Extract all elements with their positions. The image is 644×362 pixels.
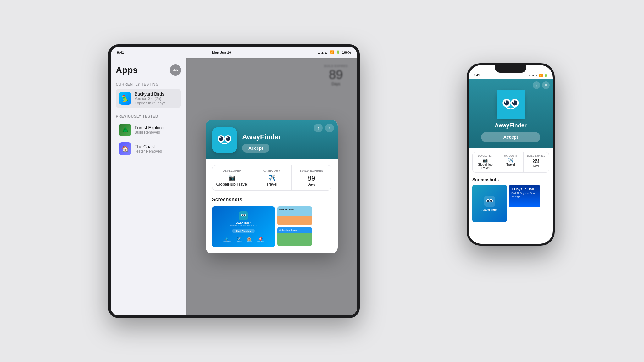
- ipad-time: 9:41: [117, 51, 124, 54]
- svg-point-5: [226, 137, 228, 138]
- iphone-ss-app-name: AwayFinder: [482, 208, 498, 211]
- iphone-share-button[interactable]: ↑: [533, 81, 540, 89]
- modal-meta: DEVELOPER 📷 GlobalHub Travel CATEGORY ✈️…: [212, 165, 331, 191]
- scene: 9:41 Mon Jun 10 ▲▲▲ 📶 🔋 100% Apps JA: [70, 32, 574, 331]
- ss-start-btn: Start Planning: [232, 229, 254, 233]
- svg-point-19: [490, 199, 492, 202]
- ss-house-label: Collection House: [277, 227, 312, 233]
- backyard-birds-name: Backyard Birds: [135, 92, 165, 97]
- forest-explorer-info: Forest Explorer Build Removed: [135, 125, 165, 135]
- iphone-meta: DEVELOPER 📷 GlobalHub Travel CATEGORY ✈️…: [472, 152, 549, 173]
- developer-value: GlobalHub Travel: [216, 182, 248, 187]
- the-coast-sub: Tester Removed: [135, 149, 162, 153]
- iphone-app-name: AwayFinder: [495, 122, 527, 129]
- meta-developer: DEVELOPER 📷 GlobalHub Travel: [212, 165, 252, 190]
- iphone-category-value: Travel: [499, 163, 522, 166]
- section-previously-tested: Previously Tested: [116, 114, 181, 119]
- sidebar-item-forest-explorer[interactable]: 🌲 Forest Explorer Build Removed: [116, 121, 181, 139]
- modal-header: AwayFinder Accept ↑ ✕: [206, 120, 338, 159]
- iphone-accept-button[interactable]: Accept: [481, 132, 541, 142]
- category-icon: ✈️: [256, 174, 287, 181]
- category-label: CATEGORY: [256, 169, 287, 172]
- iphone-awayfinder-face: [497, 90, 525, 119]
- modal-header-actions: ↑ ✕: [314, 124, 334, 132]
- iphone-ss-7days: 7 Days in Bali: [511, 187, 538, 191]
- svg-point-8: [242, 214, 243, 216]
- backyard-birds-info: Backyard Birds Version 3.0 (25) Expires …: [135, 92, 165, 105]
- forest-explorer-icon: 🌲: [119, 124, 131, 136]
- ipad-content: Apps JA Currently Testing 🦜 Backyard Bir…: [111, 58, 357, 315]
- modal-app-name: AwayFinder: [242, 133, 331, 141]
- ipad-screen: 9:41 Mon Jun 10 ▲▲▲ 📶 🔋 100% Apps JA: [111, 47, 357, 315]
- screenshot-3: Collection House: [277, 227, 312, 246]
- bird-emoji: 🦜: [121, 95, 129, 102]
- iphone-close-button[interactable]: ✕: [542, 81, 550, 89]
- svg-point-4: [219, 137, 221, 138]
- user-avatar[interactable]: JA: [170, 64, 181, 76]
- ipad-status-icons: ▲▲▲ 📶 🔋 100%: [317, 50, 351, 54]
- svg-point-3: [226, 136, 230, 141]
- screenshot-1-content: AwayFinder Navigate flights around the w…: [212, 206, 275, 247]
- category-value: Travel: [256, 182, 287, 187]
- iphone-developer-label: DEVELOPER: [474, 155, 497, 157]
- ipad-date: Mon Jun 10: [212, 51, 231, 54]
- iphone-awayfinder-svg: [500, 93, 522, 115]
- ss-hotels: 🏨 Hotels: [247, 237, 252, 242]
- build-expires-num: 89: [296, 174, 327, 182]
- iphone-category-icon: ✈️: [499, 158, 522, 163]
- screenshots-side: Laloma House Collection House: [277, 206, 312, 247]
- ss-logo: [240, 213, 247, 219]
- share-button[interactable]: ↑: [314, 124, 323, 132]
- developer-label: DEVELOPER: [216, 169, 248, 172]
- ipad-wifi-icon: 📶: [330, 50, 334, 54]
- iphone-meta-developer: DEVELOPER 📷 GlobalHub Travel: [473, 152, 498, 172]
- iphone-battery: 🔋: [544, 74, 548, 77]
- accept-button[interactable]: Accept: [242, 144, 269, 153]
- iphone-developer-value: GlobalHub Travel: [474, 163, 497, 170]
- iphone-ss-logo: [485, 197, 494, 206]
- iphone-ss-surf: Surf All Day and Dance All Night: [511, 192, 538, 198]
- meta-build-expires: BUILD EXPIRES 89 Days: [292, 165, 331, 190]
- ipad-device: 9:41 Mon Jun 10 ▲▲▲ 📶 🔋 100% Apps JA: [108, 44, 360, 318]
- svg-point-18: [487, 199, 489, 202]
- iphone-screenshots-label: Screenshots: [472, 177, 549, 182]
- screenshot-2: Laloma House: [277, 206, 312, 225]
- screenshots-row: AwayFinder Navigate flights around the w…: [212, 206, 331, 247]
- iphone-content: ↑ ✕: [469, 79, 553, 244]
- iphone-screenshots-row: AwayFinder 7 Days in Bali Surf All Day a…: [472, 185, 549, 222]
- modal-header-info: AwayFinder Accept: [242, 133, 331, 153]
- sidebar-item-backyard-birds[interactable]: 🦜 Backyard Birds Version 3.0 (25) Expire…: [116, 89, 181, 108]
- iphone-modal-actions: ↑ ✕: [533, 81, 550, 89]
- iphone-screenshot-2: 7 Days in Bali Surf All Day and Dance Al…: [509, 185, 540, 222]
- iphone-notch: [495, 65, 526, 73]
- awayfinder-face: [212, 127, 237, 153]
- ss-tagline: Navigate flights around the world: [230, 224, 257, 226]
- iphone-category-label: CATEGORY: [499, 155, 522, 157]
- section-currently-testing: Currently Testing: [116, 82, 181, 86]
- close-button[interactable]: ✕: [325, 124, 334, 132]
- iphone-build-expires-label: BUILD EXPIRES: [525, 155, 547, 157]
- iphone-build-expires-num: 89: [525, 158, 547, 164]
- modal-body: DEVELOPER 📷 GlobalHub Travel CATEGORY ✈️…: [206, 159, 338, 253]
- iphone-time: 9:41: [474, 74, 480, 77]
- iphone-wifi: 📶: [539, 74, 543, 77]
- ss-activities: 🎯 Activities: [257, 237, 264, 242]
- main-area: BUILD EXPIRES 89 Days: [186, 58, 357, 315]
- ss-beach-label: Laloma House: [277, 206, 312, 212]
- sidebar-title: Apps: [116, 65, 138, 75]
- the-coast-name: The Coast: [135, 144, 162, 149]
- iphone-device: 9:41 ▲▲▲ 📶 🔋 ↑ ✕: [467, 63, 555, 246]
- svg-point-2: [219, 136, 223, 141]
- iphone-awayfinder-icon: [497, 90, 525, 119]
- backyard-birds-version: Version 3.0 (25): [135, 97, 165, 101]
- iphone-signal: ▲▲▲: [528, 74, 538, 77]
- sidebar-item-the-coast[interactable]: 🏠 The Coast Tester Removed: [116, 140, 181, 158]
- ipad-status-bar: 9:41 Mon Jun 10 ▲▲▲ 📶 🔋 100%: [111, 47, 357, 58]
- ss-app-name: AwayFinder: [236, 221, 250, 224]
- screenshots-label: Screenshots: [212, 197, 331, 203]
- iphone-build-expires-unit: Days: [525, 164, 547, 167]
- iphone-modal-header: ↑ ✕: [469, 79, 553, 148]
- forest-explorer-sub: Build Removed: [135, 130, 165, 135]
- awayfinder-logo-svg: [215, 131, 234, 149]
- svg-point-9: [244, 214, 245, 216]
